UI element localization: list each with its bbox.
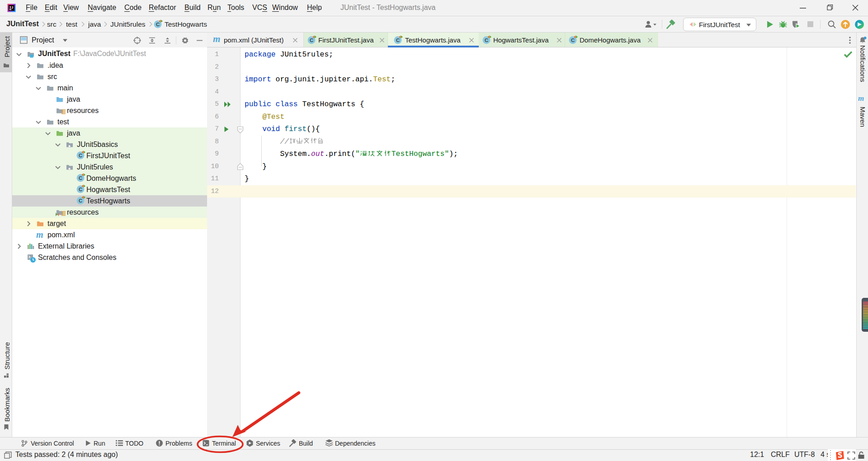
svg-text:IJ: IJ xyxy=(9,6,14,9)
